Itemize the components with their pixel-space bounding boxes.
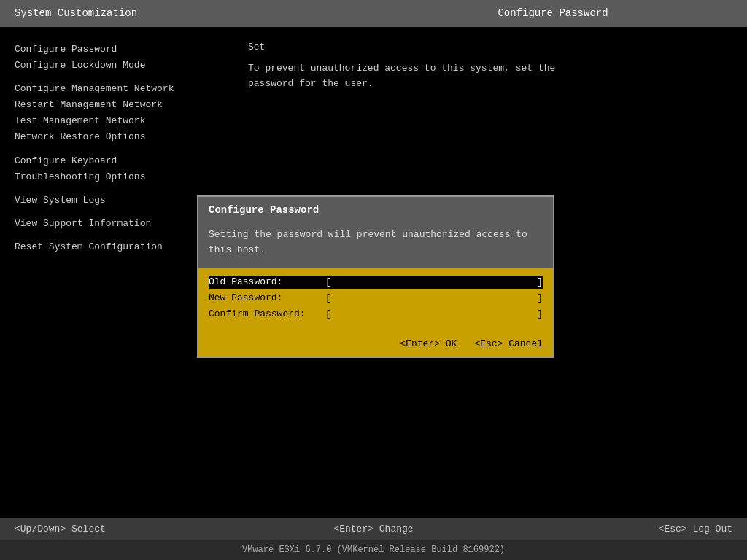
modal-buttons: <Enter> OK <Esc> Cancel [198,334,553,357]
password-field-row-0[interactable]: Old Password:[] [209,276,543,289]
ok-button[interactable]: <Enter> OK [400,338,457,349]
password-input-1[interactable] [331,292,537,305]
modal-form: Old Password:[]New Password:[]Confirm Pa… [198,268,553,334]
field-label-1: New Password: [209,292,325,303]
statusbar-logout-hint: <Esc> Log Out [493,524,732,534]
password-field-row-1[interactable]: New Password:[] [209,292,543,305]
sidebar-item-1-0[interactable]: Configure Management Network [15,81,219,97]
footer: VMware ESXi 6.7.0 (VMKernel Release Buil… [0,540,747,560]
bracket-open-1: [ [325,292,331,303]
bracket-close-1: ] [537,292,543,303]
password-input-2[interactable] [331,308,537,321]
statusbar-change-hint: <Enter> Change [254,524,493,534]
footer-build-info: VMware ESXi 6.7.0 (VMKernel Release Buil… [242,545,505,555]
content-description: To prevent unauthorized access to this s… [248,61,569,92]
field-label-2: Confirm Password: [209,308,325,319]
bracket-close-2: ] [537,308,543,319]
sidebar-item-0-1[interactable]: Configure Lockdown Mode [15,58,219,74]
header-title-left: System Customization [15,7,374,19]
statusbar: <Up/Down> Select <Enter> Change <Esc> Lo… [0,518,747,540]
sidebar-item-2-0[interactable]: Configure Keyboard [15,153,219,169]
menu-group-2: Configure KeyboardTroubleshooting Option… [15,153,219,185]
cancel-button[interactable]: <Esc> Cancel [474,338,543,349]
content-title: Set [248,42,732,52]
menu-group-1: Configure Management NetworkRestart Mana… [15,81,219,145]
statusbar-select-hint: <Up/Down> Select [15,524,254,534]
sidebar-item-0-0[interactable]: Configure Password [15,42,219,58]
configure-password-dialog: Configure Password Setting the password … [197,195,554,358]
modal-title: Configure Password [198,197,553,220]
menu-group-5: Reset System Configuration [15,239,219,255]
sidebar-menu: Configure PasswordConfigure Lockdown Mod… [15,39,219,502]
modal-body: Setting the password will prevent unauth… [198,220,553,268]
sidebar-item-2-1[interactable]: Troubleshooting Options [15,169,219,185]
sidebar-item-5-0[interactable]: Reset System Configuration [15,239,219,255]
header: System Customization Configure Password [0,0,747,26]
password-field-row-2[interactable]: Confirm Password:[] [209,308,543,321]
sidebar-item-3-0[interactable]: View System Logs [15,192,219,209]
sidebar-item-1-3[interactable]: Network Restore Options [15,129,219,145]
sidebar-item-4-0[interactable]: View Support Information [15,216,219,232]
field-label-0: Old Password: [209,276,325,287]
menu-group-4: View Support Information [15,216,219,232]
menu-group-3: View System Logs [15,192,219,209]
bracket-close-0: ] [537,276,543,287]
bracket-open-2: [ [325,308,331,319]
sidebar-item-1-1[interactable]: Restart Management Network [15,97,219,113]
bracket-open-0: [ [325,276,331,287]
password-input-0[interactable] [331,276,537,289]
sidebar-item-1-2[interactable]: Test Management Network [15,113,219,129]
header-title-right: Configure Password [374,7,732,19]
menu-group-0: Configure PasswordConfigure Lockdown Mod… [15,42,219,74]
